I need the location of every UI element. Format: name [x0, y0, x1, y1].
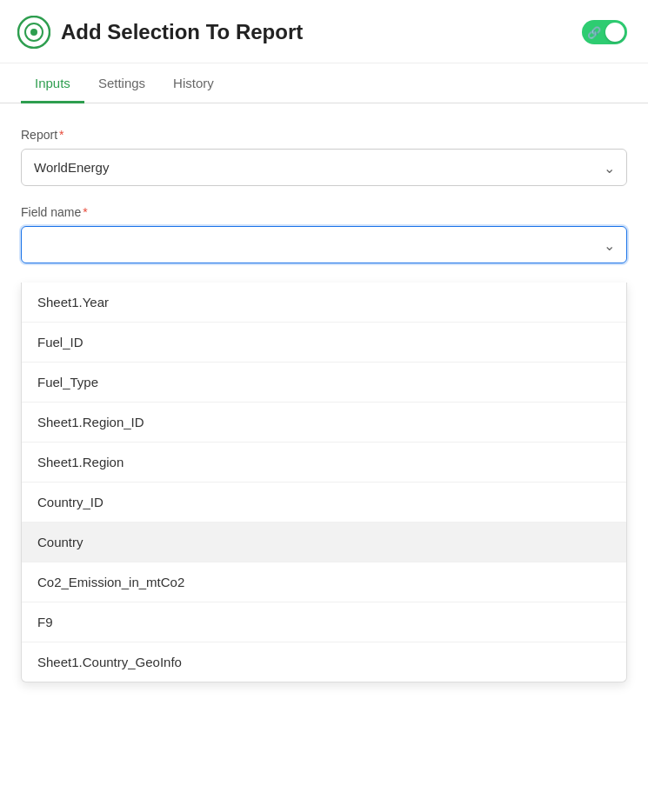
tab-settings[interactable]: Settings: [84, 63, 159, 103]
link-icon: 🔗: [587, 26, 601, 39]
app-header: Add Selection To Report 🔗: [0, 0, 648, 63]
tab-inputs[interactable]: Inputs: [21, 63, 84, 103]
link-toggle[interactable]: 🔗: [582, 20, 627, 44]
field-name-label: Field name*: [21, 205, 627, 219]
report-select[interactable]: WorldEnergy: [21, 149, 627, 186]
svg-point-2: [30, 29, 37, 36]
field-name-dropdown: Sheet1.Year Fuel_ID Fuel_Type Sheet1.Reg…: [21, 283, 627, 682]
dropdown-item-country-id[interactable]: Country_ID: [22, 483, 626, 522]
tab-bar: Inputs Settings History: [0, 63, 648, 103]
tab-history[interactable]: History: [159, 63, 228, 103]
header-left: Add Selection To Report: [17, 16, 303, 49]
field-name-group: Field name* ⌄: [21, 205, 627, 263]
report-select-wrapper: WorldEnergy ⌄: [21, 149, 627, 186]
toggle-knob: [605, 23, 625, 42]
page-title: Add Selection To Report: [61, 20, 303, 44]
dropdown-item-country[interactable]: Country: [22, 522, 626, 562]
dropdown-item-fuel-type[interactable]: Fuel_Type: [22, 363, 626, 403]
field-name-select-wrapper: ⌄: [21, 226, 627, 263]
dropdown-item-co2emission[interactable]: Co2_Emission_in_mtCo2: [22, 562, 626, 602]
field-name-required: *: [83, 205, 87, 219]
field-name-select[interactable]: [21, 226, 627, 263]
dropdown-item-sheet1year[interactable]: Sheet1.Year: [22, 283, 626, 323]
app-logo-icon: [17, 16, 50, 49]
dropdown-item-f9[interactable]: F9: [22, 602, 626, 642]
report-field-group: Report* WorldEnergy ⌄: [21, 128, 627, 186]
dropdown-item-sheet1region[interactable]: Sheet1.Region: [22, 443, 626, 483]
report-label: Report*: [21, 128, 627, 142]
dropdown-item-fuel-id[interactable]: Fuel_ID: [22, 323, 626, 363]
report-required: *: [59, 128, 63, 142]
toggle-container[interactable]: 🔗: [582, 20, 627, 44]
main-content: Report* WorldEnergy ⌄ Field name* ⌄ Shee…: [0, 103, 648, 700]
dropdown-item-sheet1region-id[interactable]: Sheet1.Region_ID: [22, 403, 626, 443]
dropdown-item-sheet1countrygeoinfo[interactable]: Sheet1.Country_GeoInfo: [22, 642, 626, 682]
dropdown-scroll-area[interactable]: Sheet1.Year Fuel_ID Fuel_Type Sheet1.Reg…: [22, 283, 626, 682]
